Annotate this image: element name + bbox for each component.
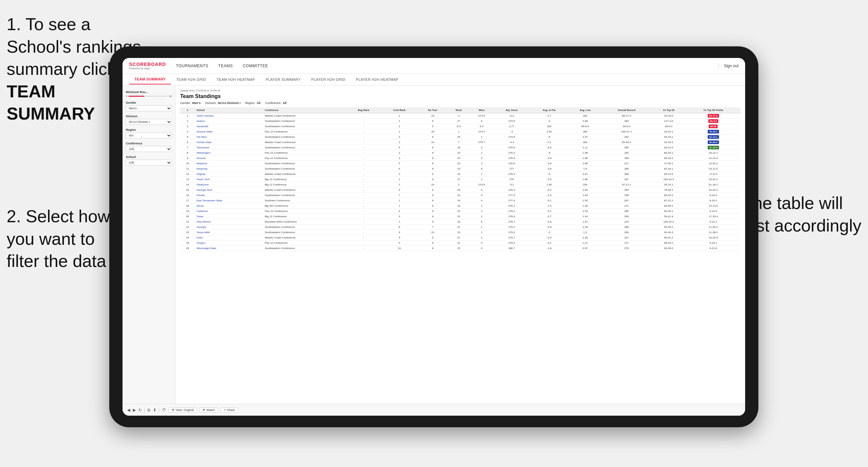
cell-school[interactable]: Florida: [195, 193, 263, 198]
subnav-team-h2h-grid[interactable]: TEAM H2H GRID: [171, 75, 211, 84]
col-wins: Wins: [470, 107, 493, 113]
nav-teams[interactable]: TEAMS: [218, 64, 233, 68]
table-row: 25OregonPac-12 Conference-59210279.5-3.1…: [180, 241, 741, 246]
cell-school[interactable]: Ole Miss: [195, 134, 263, 140]
slider-track[interactable]: [128, 96, 167, 97]
cell-school[interactable]: North Carolina: [195, 113, 263, 119]
cell-conference: Southeastern Conference: [263, 161, 346, 166]
table-row: 1North CarolinaAtlantic Coast Conference…: [180, 113, 741, 119]
cell-school[interactable]: Texas: [195, 214, 263, 219]
slider-min: 0: [126, 95, 127, 98]
watch-icon: 👁: [203, 408, 205, 412]
cell-conference: Southern Conference: [263, 198, 346, 204]
cell-school[interactable]: Georgia: [195, 224, 263, 230]
school-select[interactable]: (All): [126, 160, 172, 165]
cell-school[interactable]: East Tennessee State: [195, 198, 263, 204]
subnav-player-h2h-grid[interactable]: PLAYER H2H GRID: [306, 75, 351, 84]
cell-school[interactable]: Duke: [195, 235, 263, 241]
copy-icon[interactable]: ⧉: [147, 408, 150, 412]
cell-rank: 16: [180, 193, 195, 198]
cell-school[interactable]: Georgia Tech: [195, 187, 263, 193]
filter-display-row: Gender: Men's Division: NCAA Division I …: [180, 101, 741, 105]
cell-conference: Southeastern Conference: [263, 230, 346, 235]
table-row: 2AuburnSoutheastern Conference-19276273.…: [180, 119, 741, 124]
table-row: 18IllinoisBig Ten Conference-19231276.1-…: [180, 204, 741, 209]
cell-rank: 6: [180, 140, 195, 145]
cell-school[interactable]: Texas Tech: [195, 177, 263, 182]
nav-signout[interactable]: Sign out: [719, 64, 739, 68]
subnav-team-summary[interactable]: TEAM SUMMARY: [129, 74, 171, 85]
clock-icon[interactable]: ⏱: [162, 408, 166, 412]
cell-school[interactable]: California: [195, 209, 263, 214]
col-rank: #: [180, 107, 195, 113]
region-label: Region: [126, 128, 172, 131]
cell-school[interactable]: Arizona: [195, 156, 263, 161]
cell-school[interactable]: New Mexico: [195, 219, 263, 224]
cell-conference: Southeastern Conference: [263, 124, 346, 129]
update-time: Update time: 27/03/2024 16:56:26: [180, 89, 741, 92]
table-header: Update time: 27/03/2024 16:56:26 Team St…: [180, 89, 741, 105]
cell-school[interactable]: Arizona State: [195, 129, 263, 134]
gender-display: Gender: Men's: [180, 101, 201, 105]
nav-tournaments[interactable]: TOURNAMENTS: [176, 64, 208, 68]
subnav-player-h2h-heatmap[interactable]: PLAYER H2H HEATMAP: [351, 75, 404, 84]
cell-school[interactable]: Florida State: [195, 140, 263, 145]
watch-btn[interactable]: 👁 Watch: [199, 407, 218, 413]
cell-school[interactable]: Auburn: [195, 119, 263, 124]
subnav-team-h2h-heatmap[interactable]: TEAM H2H HEATMAP: [211, 75, 260, 84]
view-original-btn[interactable]: 👁 View: Original: [168, 407, 197, 413]
cell-school[interactable]: Mississippi State: [195, 246, 263, 251]
gender-select[interactable]: Men's Women's: [126, 105, 172, 111]
col-avg-low: Avg. Low: [568, 107, 602, 113]
col-vs-top25: Vs Top 25: [651, 107, 686, 113]
table-row: 16FloridaSoutheastern Conference-7924427…: [180, 193, 741, 198]
cell-school[interactable]: Alabama: [195, 161, 263, 166]
gender-filter: Gender Men's Women's: [126, 101, 172, 111]
table-header-row: # School Conference Reg Rank Conf Rank N…: [180, 107, 741, 113]
cell-school[interactable]: Texas A&M: [195, 230, 263, 235]
table-row: 4Arizona StatePac-12 Conference-1261274.…: [180, 129, 741, 134]
conference-display: Conference: All: [265, 101, 286, 105]
cell-school[interactable]: Arkansas: [195, 166, 263, 172]
cell-school[interactable]: Illinois: [195, 204, 263, 209]
table-row: 5Ole MissSoutheastern Conference-3618127…: [180, 134, 741, 140]
cell-rank: 4: [180, 129, 195, 134]
region-select[interactable]: N/A All: [126, 132, 172, 138]
cell-school[interactable]: Vanderbilt: [195, 124, 263, 129]
region-filter: Region N/A All: [126, 128, 172, 138]
cell-rank: 21: [180, 219, 195, 224]
division-select[interactable]: NCAA Division I NCAA Division II NCAA Di…: [126, 119, 172, 125]
cell-conference: Pac-12 Conference: [263, 241, 346, 246]
forward-icon[interactable]: ▶: [133, 408, 136, 412]
subnav-player-summary[interactable]: PLAYER SUMMARY: [260, 75, 306, 84]
cell-rank: 14: [180, 182, 195, 187]
cell-conference: Pac-12 Conference: [263, 156, 346, 161]
share-btn[interactable]: ↗ Share: [221, 407, 238, 413]
cell-school[interactable]: Virginia: [195, 172, 263, 177]
cell-school[interactable]: Washington: [195, 150, 263, 156]
table-title: Team Standings: [180, 93, 741, 99]
cell-rank: 10: [180, 161, 195, 166]
back-icon[interactable]: ◀: [127, 408, 130, 412]
table-row: 24DukeAtlantic Coast Conference-59271279…: [180, 235, 741, 241]
cell-school[interactable]: Tennessee: [195, 145, 263, 150]
sub-nav: TEAM SUMMARY TEAM H2H GRID TEAM H2H HEAT…: [123, 74, 745, 86]
division-display: Division: NCAA Division I: [205, 101, 241, 105]
table-row: 7TennesseeSoutheastern Conference-481822…: [180, 145, 741, 150]
cell-rank: 17: [180, 198, 195, 204]
col-conference: Conference: [263, 107, 346, 113]
table-row: 12VirginiaAtlantic Coast Conference-3824…: [180, 172, 741, 177]
nav-committee[interactable]: COMMITTEE: [243, 64, 268, 68]
logo-sub: Powered by clippi: [129, 67, 166, 70]
table-row: 13Texas TechBig 12 Conference-19272276-3…: [180, 177, 741, 182]
cell-rank: 13: [180, 177, 195, 182]
share2-icon[interactable]: ⬆: [153, 408, 156, 412]
refresh-icon[interactable]: ↻: [138, 408, 142, 412]
division-filter: Division NCAA Division I NCAA Division I…: [126, 115, 172, 125]
cell-conference: Big 12 Conference: [263, 177, 346, 182]
conference-select[interactable]: (All): [126, 146, 172, 152]
cell-school[interactable]: Oregon: [195, 241, 263, 246]
table-row: 17East Tennessee StateSouthern Conferenc…: [180, 198, 741, 204]
school-label: School: [126, 155, 172, 159]
cell-school[interactable]: Oklahoma: [195, 182, 263, 187]
